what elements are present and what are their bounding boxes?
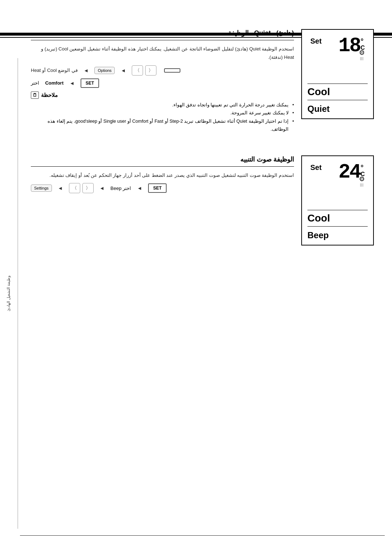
note-bullets: يمكنك تغيير درجة الحرارة التي تم تعيينها… (31, 101, 294, 134)
note-title-text: ملاحظة (41, 92, 58, 98)
display2-divider2 (307, 226, 368, 227)
display2-set-label: Set (310, 163, 322, 172)
display1-divider (307, 84, 368, 84)
display1-sub: Quiet (307, 104, 368, 114)
display1-set-label: Set (310, 37, 322, 45)
display1-fan-icon: ⚙ (359, 49, 365, 57)
set-button-2[interactable]: SET (148, 183, 167, 193)
section1-step2-row: SET ◄ Comfort اختر (31, 78, 294, 88)
display2-temp: 24 (338, 162, 360, 182)
step2-beep-label: اختر Beep (110, 186, 131, 191)
display2-fan-icon: ⚙ (359, 175, 365, 183)
section2-step1-row: SET ◄ اختر Beep ◄ 〈 〉 ◄ Settings (31, 183, 294, 193)
section1-container: (هادئ) Quiet الوظيفة استخدم الوظيفة Quie… (31, 29, 374, 137)
set-button-placeholder (164, 68, 180, 73)
arrow-6: ◄ (58, 185, 63, 191)
note-section: ملاحظة 🗒 يمكنك تغيير درجة الحرارة التي ت… (31, 92, 294, 134)
display2-divider (307, 210, 368, 210)
display2-mode: Cool (307, 212, 368, 224)
display1-temp: 18 (338, 36, 360, 56)
display2-fan-bars: ||| (360, 183, 364, 187)
nav-left-btn-2[interactable]: 〈 (82, 183, 94, 193)
note-bullet-2: لا يمكنك تغيير سرعة المروحة. (31, 109, 294, 117)
arrow-3: ◄ (69, 80, 74, 86)
note-bullet-3: إذا تم اختيار الوظيفة Quiet أثناء تشغيل … (31, 117, 294, 134)
set-button-1[interactable]: SET (81, 78, 99, 88)
section2-text: الوظيفة صوت التنبيه استخدم الوظيفة صوت ا… (31, 155, 301, 196)
section2-title-text: الوظيفة صوت التنبيه (240, 156, 294, 163)
nav-right-btn-1[interactable]: 〉 (132, 65, 143, 76)
settings-button[interactable]: Settings (31, 184, 52, 192)
arrow-1: ◄ (121, 68, 126, 73)
display1-divider2 (307, 100, 368, 100)
nav-left-btn-1[interactable]: 〈 (145, 65, 156, 76)
display2-degree: ° (360, 163, 365, 171)
left-sidebar: وظيفة التشغيل الهادئ (0, 58, 18, 529)
section2-body1: استخدم الوظيفة صوت التنبيه لتشغيل صوت ال… (31, 171, 294, 179)
arrow-5: ◄ (99, 185, 105, 191)
page-wrapper: وظيفة التشغيل الهادئ (هادئ) Quiet الوظيف… (0, 22, 392, 536)
step1-label: في الوضع Cool أو Heat (31, 66, 78, 74)
section2-container: الوظيفة صوت التنبيه استخدم الوظيفة صوت ا… (31, 155, 374, 245)
arrow-4: ◄ (137, 185, 142, 191)
note-title-row: ملاحظة 🗒 (31, 92, 294, 99)
display2-sub: Beep (307, 230, 368, 240)
comfort-label: Comfort (45, 80, 64, 86)
arrow-2: ◄ (83, 68, 89, 73)
sidebar-text: وظيفة التشغيل الهادئ (6, 276, 11, 311)
display-panel-2: Set 24 ° C ⚙ ||| Cool (301, 155, 374, 245)
display1-degree: ° (360, 37, 365, 45)
options-button[interactable]: Options (94, 67, 115, 74)
main-content: (هادئ) Quiet الوظيفة استخدم الوظيفة Quie… (20, 22, 385, 264)
display1-mode: Cool (307, 86, 368, 98)
nav-right-btn-2[interactable]: 〉 (69, 183, 80, 193)
section1-body1: استخدم الوظيفة Quiet (هادئ) لتقليل الضوض… (31, 45, 294, 62)
note-bullet-1: يمكنك تغيير درجة الحرارة التي تم تعيينها… (31, 101, 294, 109)
note-icon: 🗒 (31, 92, 39, 99)
step2-prefix: اختر (31, 80, 39, 86)
section1-text: (هادئ) Quiet الوظيفة استخدم الوظيفة Quie… (31, 29, 301, 137)
display-panel-1: Set 18 ° C ⚙ ||| Cool (301, 29, 374, 119)
section2-title: الوظيفة صوت التنبيه (31, 155, 294, 167)
display1-fan-bars: ||| (360, 57, 364, 60)
section1-step1-row: 〈 〉 ◄ Options ◄ في الوضع Cool أو Heat (31, 65, 294, 76)
